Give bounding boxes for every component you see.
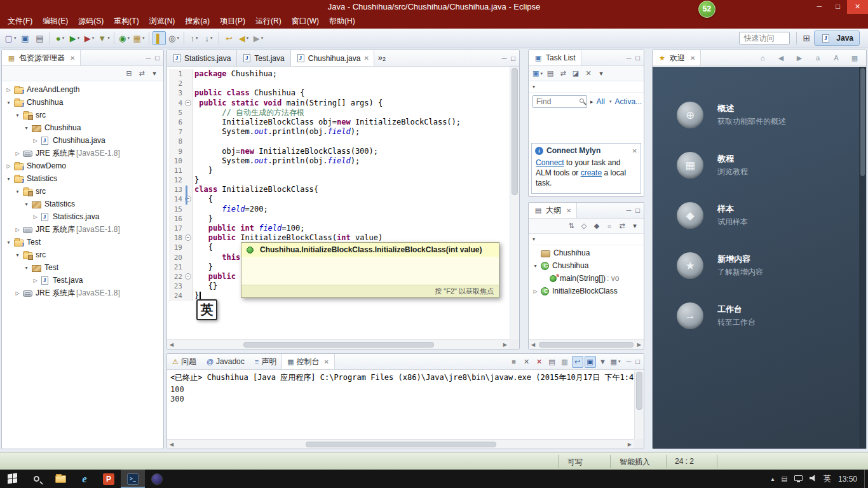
scrollbar-thumb[interactable] — [539, 342, 634, 348]
mylyn-link[interactable]: create — [581, 168, 602, 177]
project-tree-item[interactable]: ▾Test — [2, 261, 163, 274]
taskbar-app-purple-app[interactable] — [145, 470, 169, 488]
code-line[interactable]: 3public class Chushihua { — [167, 88, 510, 98]
close-icon[interactable]: ✕ — [690, 55, 695, 62]
mylyn-link[interactable]: Connect — [536, 158, 564, 167]
scrollbar-thumb[interactable] — [306, 442, 496, 447]
java-perspective-button[interactable]: Java — [814, 30, 860, 46]
taskbar-app-eclipse[interactable] — [121, 470, 145, 488]
search-icon[interactable]: ◎▾ — [167, 31, 180, 45]
welcome-item-workbench[interactable]: →工作台转至工作台 — [677, 302, 756, 329]
taskbar-app-file-explorer[interactable] — [48, 470, 72, 488]
dropdown-arrow-icon[interactable]: ▾ — [78, 36, 80, 41]
open-perspective-icon[interactable]: ⊞ — [803, 33, 811, 43]
project-tree-item[interactable]: ▷JRE 系统库 [JavaSE-1.8] — [2, 147, 163, 159]
menubar-item[interactable]: 项目(P) — [215, 14, 250, 29]
forward-icon[interactable]: ▶ — [794, 52, 805, 64]
close-icon[interactable]: ✕ — [324, 358, 329, 365]
next-annotation-icon[interactable]: ↓▾ — [202, 31, 215, 45]
link-with-editor-icon[interactable]: ⇄ — [557, 67, 569, 79]
remove-launch-icon[interactable]: ✕ — [521, 356, 532, 368]
tab-welcome[interactable]: ★ 欢迎 ✕ — [653, 50, 701, 65]
editor-horizontal-scrollbar[interactable]: ◀ ▶ — [167, 339, 510, 349]
tray-volume[interactable] — [810, 475, 817, 483]
console-tab-javadoc[interactable]: @Javadoc — [201, 354, 250, 369]
code-editor[interactable]: 1package Chushihua;23public class Chushi… — [167, 67, 510, 339]
close-icon[interactable]: ✕ — [70, 55, 75, 62]
outline-item[interactable]: ▾Chushihua — [529, 259, 644, 272]
code-line[interactable]: 7 System.out.println(obj.field); — [167, 127, 510, 137]
project-tree-item[interactable]: ▷JRE 系统库 [JavaSE-1.8] — [2, 287, 163, 299]
print-icon[interactable]: ▤ — [33, 31, 46, 45]
tree-collapse-icon[interactable]: ▾ — [22, 125, 31, 131]
taskbar-app-start[interactable] — [0, 470, 24, 488]
project-tree-item[interactable]: ▷Test.java — [2, 274, 163, 287]
scrollbar-thumb[interactable] — [243, 342, 434, 348]
tree-collapse-icon[interactable]: ▾ — [22, 265, 31, 271]
welcome-item-whats-new[interactable]: ★新增内容了解新增内容 — [677, 252, 763, 279]
scroll-left-icon[interactable]: ◀ — [531, 342, 535, 348]
code-line[interactable]: 12} — [167, 175, 510, 185]
save-icon[interactable]: ▣ — [18, 31, 32, 45]
outline-item[interactable]: ▷InitializeBlockClass — [529, 285, 644, 297]
tray-ime-indicator[interactable]: 英 — [824, 473, 831, 484]
code-line[interactable]: 10 System.out.println(obj.field); — [167, 156, 510, 166]
menubar-item[interactable]: 帮助(H) — [324, 14, 360, 29]
link-with-editor-icon[interactable]: ⇄ — [616, 220, 628, 232]
show-desktop-button[interactable] — [864, 470, 868, 488]
menubar-item[interactable]: 浏览(N) — [144, 14, 180, 29]
tray-network[interactable] — [794, 475, 803, 482]
project-tree-item[interactable]: ▾Statistics — [2, 198, 163, 210]
code-line[interactable]: 8 — [167, 137, 510, 146]
menubar-item[interactable]: 搜索(a) — [180, 14, 215, 29]
word-wrap-icon[interactable]: ↩ — [572, 356, 583, 368]
editor-tab-test-java[interactable]: Test.java — [237, 50, 290, 66]
maximize-button[interactable]: □ — [155, 54, 159, 62]
dropdown-arrow-icon[interactable]: ▾ — [127, 36, 130, 41]
minimize-button[interactable]: ─ — [502, 55, 507, 62]
tree-collapse-icon[interactable]: ▾ — [22, 201, 31, 207]
console-tab-problems[interactable]: ⚠问题 — [167, 354, 201, 369]
show-on-output-icon[interactable]: ▣ — [585, 356, 596, 368]
tree-expand-icon[interactable]: ▷ — [13, 151, 22, 156]
console-horizontal-scrollbar[interactable]: ◀ ▶ — [167, 439, 634, 449]
menubar-item[interactable]: 源码(S) — [73, 14, 109, 29]
tree-collapse-icon[interactable]: ▾ — [4, 176, 13, 182]
code-line[interactable]: 9 obj=new InitializeBlockClass(300); — [167, 147, 510, 156]
view-menu-icon[interactable]: ▾ — [595, 67, 607, 79]
mark-occurrences-icon[interactable]: ▌ — [153, 31, 166, 45]
project-tree-item[interactable]: ▷ShowDemo — [2, 159, 163, 172]
editor-vertical-scrollbar[interactable] — [510, 67, 519, 339]
remove-all-terminated-icon[interactable]: ✕ — [534, 356, 545, 368]
menubar-item[interactable]: 窗口(W) — [287, 14, 324, 29]
new-task-icon[interactable]: ▣▾ — [532, 67, 543, 79]
scroll-right-icon[interactable]: ▶ — [628, 442, 632, 447]
debug-icon[interactable]: ●▾ — [53, 31, 67, 45]
scrollbar-thumb[interactable] — [860, 68, 865, 176]
tree-collapse-icon[interactable]: ▾ — [13, 189, 22, 194]
dropdown-arrow-icon[interactable]: ▾ — [142, 36, 145, 41]
fold-collapse-icon[interactable]: − — [185, 234, 191, 241]
maximize-button[interactable]: □ — [635, 358, 640, 365]
hide-non-public-icon[interactable]: ○ — [604, 220, 615, 232]
terminate-icon[interactable]: ■ — [508, 356, 520, 368]
code-line[interactable]: 5 // 自动生成的方法存根 — [167, 108, 510, 118]
tree-expand-icon[interactable]: ▷ — [4, 87, 13, 93]
code-line[interactable]: 4− public static void main(String[] args… — [167, 98, 510, 108]
dropdown-arrow-icon[interactable]: ▾ — [196, 36, 198, 41]
scroll-right-icon[interactable]: ▶ — [637, 342, 641, 348]
scroll-lock-icon[interactable]: ▥ — [559, 356, 571, 368]
project-tree-item[interactable]: ▾Statistics — [2, 172, 163, 185]
taskbar-app-internet-explorer[interactable] — [72, 470, 97, 488]
open-console-icon[interactable]: ▦▾ — [610, 356, 621, 368]
tray-touch-keyboard[interactable]: ▤ — [782, 475, 787, 482]
close-icon[interactable]: ✕ — [632, 147, 637, 154]
close-icon[interactable]: ✕ — [363, 55, 369, 62]
view-menu-icon[interactable]: ▾ — [149, 67, 160, 79]
project-tree-item[interactable]: ▾src — [2, 109, 163, 121]
code-line[interactable]: 1package Chushihua; — [167, 69, 510, 79]
taskbar-app-search[interactable] — [24, 470, 48, 488]
code-line[interactable]: 2 — [167, 79, 510, 88]
minimize-button[interactable]: ─ — [627, 207, 632, 214]
last-edit-location-icon[interactable]: ↩ — [222, 31, 236, 45]
